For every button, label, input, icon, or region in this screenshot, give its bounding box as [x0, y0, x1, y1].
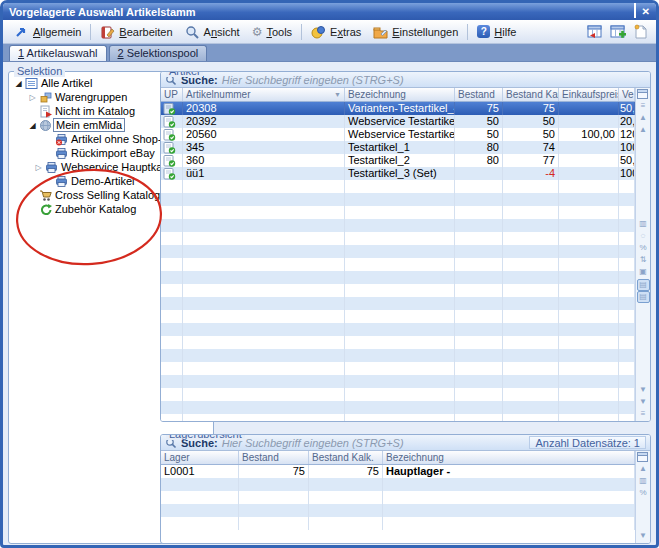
column-header-artikelnummer[interactable]: Artikelnummer▼	[183, 88, 345, 101]
table-row[interactable]: 345 Testartikel_1 80 74 100	[161, 141, 635, 154]
search-icon[interactable]: ◌	[637, 231, 650, 243]
scroll-down2-icon[interactable]: ▼	[637, 397, 650, 409]
data-view-icon[interactable]: ▥	[637, 219, 650, 231]
table-export-icon[interactable]	[587, 24, 604, 40]
table-row[interactable]: üü1 Testartikel_3 (Set) -4 100	[161, 167, 635, 180]
column-header-lager[interactable]: Lager	[161, 451, 239, 464]
gear-icon: ⚙	[252, 26, 263, 38]
column-header-bestand[interactable]: Bestand	[455, 88, 503, 101]
expander-open-icon[interactable]: ◢	[27, 121, 38, 130]
tab-artikelauswahl[interactable]: 1 Artikelauswahl	[9, 45, 107, 61]
restore-button[interactable]	[634, 7, 636, 17]
new-document-icon[interactable]	[633, 24, 647, 40]
arrow-ne-icon	[14, 25, 29, 39]
scroll-up2-icon[interactable]: ▲	[637, 125, 650, 137]
menu-separator	[90, 24, 91, 40]
lager-groupbox: Lagerübersicht Suche: Hier Suchbegriff e…	[160, 434, 651, 544]
lager-grid-header: Lager Bestand Bestand Kalk. Bezeichnung	[161, 451, 635, 465]
scroll-lines2-icon[interactable]: ≡	[637, 409, 650, 421]
shop-category-icon	[54, 147, 69, 160]
column-header-up[interactable]: UP	[161, 88, 183, 101]
up-status-icon	[161, 128, 183, 141]
artikel-grid-header: UP Artikelnummer▼ Bezeichnung Bestand Be…	[161, 88, 635, 102]
settings-folder-icon	[373, 25, 388, 39]
up-status-icon	[161, 102, 183, 115]
empty-row	[161, 388, 635, 401]
menu-einstellungen[interactable]: Einstellungen	[367, 23, 464, 41]
menu-allgemein[interactable]: Allgemein	[8, 23, 87, 41]
scroll-down-icon[interactable]: ▼	[637, 531, 650, 543]
column-header-bezeichnung[interactable]: Bezeichnung	[383, 451, 635, 464]
lager-side-toolbar: ▲ ▥ % ▼	[635, 451, 650, 543]
menu-hilfe[interactable]: ? Hilfe	[471, 23, 522, 40]
help-icon: ?	[477, 25, 490, 38]
empty-row	[161, 284, 635, 297]
empty-row	[161, 297, 635, 310]
table-row[interactable]: 20560 Webservice Testartikel 2 50 50 100…	[161, 128, 635, 141]
table-row[interactable]: 20392 Webservice Testartikel 1 50 50 20,	[161, 115, 635, 128]
percent-icon[interactable]: %	[637, 488, 650, 500]
title-bar: Vorgelagerte Auswahl Artikelstamm ✕	[3, 3, 656, 20]
column-header-bestand[interactable]: Bestand	[239, 451, 309, 464]
menu-extras[interactable]: Extras	[305, 23, 367, 41]
column-chooser-icon[interactable]	[637, 452, 649, 463]
expander-closed-icon[interactable]: ▷	[33, 163, 44, 172]
menu-ansicht[interactable]: Ansicht	[179, 23, 246, 41]
lager-grid-body: L0001 75 75 Hauptlager -	[161, 465, 635, 530]
close-button[interactable]: ✕	[642, 7, 650, 17]
app-window: Vorgelagerte Auswahl Artikelstamm ✕ Allg…	[0, 0, 659, 548]
page-remove-icon	[38, 105, 53, 118]
table-row[interactable]: L0001 75 75 Hauptlager -	[161, 465, 635, 478]
expander-closed-icon[interactable]: ▷	[27, 93, 38, 102]
column-chooser-icon[interactable]	[637, 89, 649, 100]
data-view-icon[interactable]: ▥	[637, 476, 650, 488]
expander-open-icon[interactable]: ◢	[13, 79, 24, 88]
menu-separator	[467, 24, 468, 40]
list-view2-icon[interactable]: ▤	[637, 291, 650, 303]
up-status-icon	[161, 141, 183, 154]
empty-row	[161, 232, 635, 245]
up-status-icon	[161, 154, 183, 167]
scroll-up-icon[interactable]: ▲	[637, 113, 650, 125]
article-list-icon	[24, 77, 39, 90]
column-header-bestand-kalk[interactable]: Bestand Kalk.	[309, 451, 383, 464]
empty-row	[161, 245, 635, 258]
edit-book-icon	[100, 25, 115, 39]
column-header-verkaufspreis[interactable]: Ve	[619, 88, 635, 101]
table-row[interactable]: 20308 Varianten-Testartikel_4 75 75 50,	[161, 102, 635, 115]
empty-row	[161, 258, 635, 271]
table-add-icon[interactable]	[610, 24, 627, 40]
tab-strip: 1 Artikelauswahl 2 Selektionspool	[3, 44, 656, 62]
scroll-up-icon[interactable]: ▲	[637, 464, 650, 476]
artikel-grid: UP Artikelnummer▼ Bezeichnung Bestand Be…	[161, 88, 635, 421]
recycle-arrows-icon	[38, 203, 53, 216]
globe-icon	[38, 119, 53, 132]
artikel-side-toolbar: ≡ ▲ ▲ ▥ ◌ % ⇅ ▣ ▤ ▤ ▼ ▼ ≡	[635, 88, 650, 421]
empty-row	[161, 180, 635, 193]
cart-icon	[38, 189, 53, 202]
artikel-search-bar[interactable]: Suche: Hier Suchbegriff eingeben (STRG+S…	[161, 72, 650, 88]
content-area: Selektion ◢ Alle Artikel ▷ Warengruppen	[3, 62, 656, 548]
column-header-einkaufspreis[interactable]: Einkaufspreis	[559, 88, 619, 101]
empty-row	[161, 504, 635, 517]
lager-grid: Lager Bestand Bestand Kalk. Bezeichnung …	[161, 451, 635, 543]
magnifier-icon	[185, 25, 200, 39]
artikel-group-title: Artikel	[166, 71, 203, 77]
table-row[interactable]: 360 Testartikel_2 80 77 50,	[161, 154, 635, 167]
shop-category-icon	[54, 175, 69, 188]
scroll-lines-icon[interactable]: ≡	[637, 101, 650, 113]
tab-selektionspool[interactable]: 2 Selektionspool	[109, 45, 208, 61]
scroll-down-icon[interactable]: ▼	[637, 385, 650, 397]
menu-separator	[301, 24, 302, 40]
column-header-bestand-kalk[interactable]: Bestand Kalk.	[503, 88, 559, 101]
empty-row	[161, 517, 635, 530]
percent-icon[interactable]: %	[637, 243, 650, 255]
column-header-bezeichnung[interactable]: Bezeichnung	[345, 88, 455, 101]
menu-bearbeiten[interactable]: Bearbeiten	[94, 23, 178, 41]
menu-tools[interactable]: ⚙ Tools	[246, 24, 298, 40]
artikel-grid-body: 20308 Varianten-Testartikel_4 75 75 50, …	[161, 102, 635, 421]
list-view-icon[interactable]: ▤	[637, 279, 650, 291]
window-title: Vorgelagerte Auswahl Artikelstamm	[9, 6, 634, 18]
layout-icon[interactable]: ▣	[637, 267, 650, 279]
swap-icon[interactable]: ⇅	[637, 255, 650, 267]
